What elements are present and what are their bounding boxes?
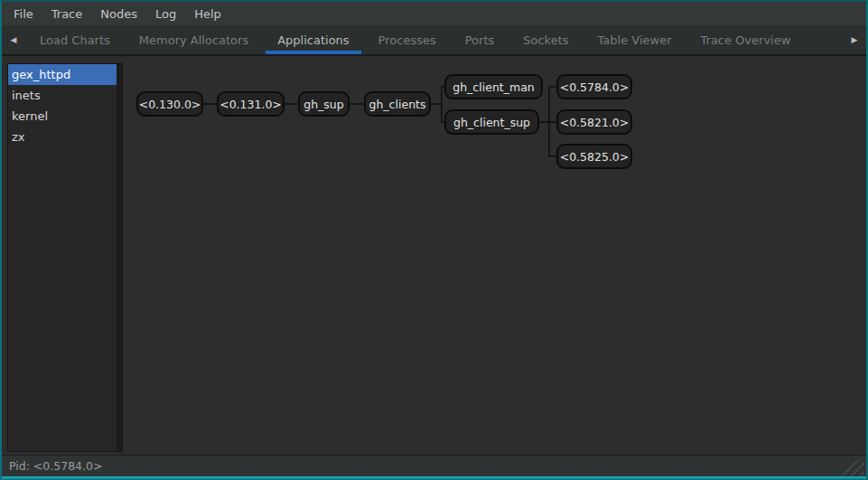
menu-nodes[interactable]: Nodes	[91, 2, 146, 25]
tree-node-0-5821-0[interactable]: <0.5821.0>	[556, 109, 632, 135]
menu-file[interactable]: File	[5, 2, 42, 25]
tree-edge	[202, 103, 217, 105]
window-frame-bottom	[2, 476, 866, 480]
menu-trace[interactable]: Trace	[42, 2, 92, 25]
app-list-panel: gex_httpd inets kernel zx	[2, 56, 124, 455]
tree-node-0-5784-0[interactable]: <0.5784.0>	[556, 74, 632, 99]
resize-grip-icon[interactable]	[837, 456, 864, 475]
tab-memory-allocators[interactable]: Memory Allocators	[127, 25, 260, 54]
tab-load-charts[interactable]: Load Charts	[28, 25, 122, 54]
tree-edge	[350, 103, 364, 105]
tab-trace-overview[interactable]: Trace Overview	[689, 25, 803, 54]
app-listbox: gex_httpd inets kernel zx	[7, 63, 123, 452]
app-tree-canvas: <0.130.0> <0.131.0> gh_sup gh_clients gh…	[124, 56, 866, 455]
tab-processes[interactable]: Processes	[367, 25, 448, 54]
app-list-scrollbar[interactable]	[117, 64, 122, 451]
tree-node-0-130-0[interactable]: <0.130.0>	[136, 91, 203, 117]
scroll-tabs-right-icon[interactable]: ▶	[843, 25, 866, 54]
tree-node-gh-client-sup[interactable]: gh_client_sup	[444, 109, 539, 135]
tabbar: ◀ Load Charts Memory Allocators Applicat…	[2, 25, 866, 56]
statusbar: Pid: <0.5784.0>	[2, 455, 866, 476]
tree-node-gh-sup[interactable]: gh_sup	[298, 91, 350, 117]
tree-edge	[284, 103, 298, 105]
main-content: gex_httpd inets kernel zx	[2, 56, 866, 455]
scroll-tabs-left-icon[interactable]: ◀	[2, 25, 25, 54]
tree-node-gh-client-man[interactable]: gh_client_man	[444, 74, 543, 99]
app-list-item-zx[interactable]: zx	[8, 127, 117, 147]
app-list-item-kernel[interactable]: kernel	[8, 106, 117, 127]
tab-table-viewer[interactable]: Table Viewer	[586, 25, 684, 54]
app-list-item-inets[interactable]: inets	[8, 85, 117, 106]
tree-edge	[441, 86, 443, 123]
tree-node-0-131-0[interactable]: <0.131.0>	[217, 91, 285, 117]
app-list-item-gex-httpd[interactable]: gex_httpd	[8, 64, 117, 85]
observer-window: File Trace Nodes Log Help ◀ Load Charts …	[0, 0, 868, 480]
menu-log[interactable]: Log	[146, 2, 185, 25]
status-pid-text: Pid: <0.5784.0>	[9, 459, 102, 473]
tab-ports[interactable]: Ports	[453, 25, 507, 54]
menu-help[interactable]: Help	[185, 2, 230, 25]
tab-sockets[interactable]: Sockets	[511, 25, 580, 54]
menubar: File Trace Nodes Log Help	[2, 2, 866, 25]
tree-node-0-5825-0[interactable]: <0.5825.0>	[556, 144, 632, 169]
app-list-rows: gex_httpd inets kernel zx	[8, 64, 117, 147]
tab-applications[interactable]: Applications	[266, 25, 360, 54]
tree-node-gh-clients[interactable]: gh_clients	[364, 91, 431, 117]
